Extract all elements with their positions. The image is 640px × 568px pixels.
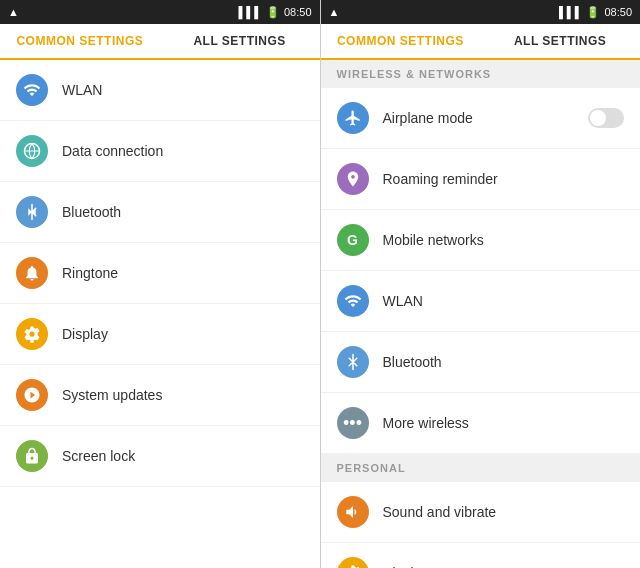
- ringtone-left-icon: [16, 257, 48, 289]
- left-status-icons: ▲: [8, 6, 19, 18]
- section-personal: PERSONAL: [321, 454, 641, 482]
- left-item-bluetooth[interactable]: Bluetooth: [0, 182, 320, 243]
- left-screenlock-label: Screen lock: [62, 448, 135, 464]
- left-settings-list: WLAN Data connection Bluetooth: [0, 60, 320, 568]
- battery-icon: 🔋: [266, 6, 280, 19]
- section-wireless: WIRELESS & NETWORKS: [321, 60, 641, 88]
- left-item-data[interactable]: Data connection: [0, 121, 320, 182]
- right-item-display[interactable]: Display: [321, 543, 641, 568]
- right-status-right: ▌▌▌ 🔋 08:50: [559, 6, 632, 19]
- left-item-wlan[interactable]: WLAN: [0, 60, 320, 121]
- right-time: 08:50: [604, 6, 632, 18]
- right-status-bar: ▲ ▌▌▌ 🔋 08:50: [321, 0, 641, 24]
- left-ringtone-label: Ringtone: [62, 265, 118, 281]
- left-wlan-label: WLAN: [62, 82, 102, 98]
- right-status-left: ▲: [329, 6, 340, 18]
- right-tab-all[interactable]: ALL SETTINGS: [480, 24, 640, 58]
- left-data-label: Data connection: [62, 143, 163, 159]
- airplane-label: Airplane mode: [383, 110, 473, 126]
- mobile-label: Mobile networks: [383, 232, 484, 248]
- left-tab-common[interactable]: COMMON SETTINGS: [0, 24, 160, 60]
- left-status-bar: ▲ ▌▌▌ 🔋 08:50: [0, 0, 320, 24]
- airplane-toggle[interactable]: [588, 108, 624, 128]
- left-item-ringtone[interactable]: Ringtone: [0, 243, 320, 304]
- right-item-roaming[interactable]: Roaming reminder: [321, 149, 641, 210]
- right-item-wlan[interactable]: WLAN: [321, 271, 641, 332]
- mobile-icon: G: [337, 224, 369, 256]
- sound-icon: [337, 496, 369, 528]
- right-wifi-icon: ▲: [329, 6, 340, 18]
- left-item-display[interactable]: Display: [0, 304, 320, 365]
- left-tab-all[interactable]: ALL SETTINGS: [160, 24, 320, 58]
- left-bluetooth-label: Bluetooth: [62, 204, 121, 220]
- left-item-system[interactable]: System updates: [0, 365, 320, 426]
- bluetooth-left-icon: [16, 196, 48, 228]
- left-time: 08:50: [284, 6, 312, 18]
- right-item-more-wireless[interactable]: ••• More wireless: [321, 393, 641, 454]
- right-display-icon: [337, 557, 369, 568]
- left-panel: ▲ ▌▌▌ 🔋 08:50 COMMON SETTINGS ALL SETTIN…: [0, 0, 320, 568]
- right-settings-list: WIRELESS & NETWORKS Airplane mode Roamin…: [321, 60, 641, 568]
- right-item-sound[interactable]: Sound and vibrate: [321, 482, 641, 543]
- system-left-icon: [16, 379, 48, 411]
- right-panel: ▲ ▌▌▌ 🔋 08:50 COMMON SETTINGS ALL SETTIN…: [321, 0, 641, 568]
- data-icon: [16, 135, 48, 167]
- display-left-icon: [16, 318, 48, 350]
- right-status-icons: ▌▌▌ 🔋 08:50: [239, 6, 312, 19]
- signal-icon: ▌▌▌: [239, 6, 262, 18]
- right-signal-icon: ▌▌▌: [559, 6, 582, 18]
- left-display-label: Display: [62, 326, 108, 342]
- roaming-icon: [337, 163, 369, 195]
- right-wlan-label: WLAN: [383, 293, 423, 309]
- right-item-mobile[interactable]: G Mobile networks: [321, 210, 641, 271]
- right-battery-icon: 🔋: [586, 6, 600, 19]
- airplane-toggle-knob: [590, 110, 606, 126]
- right-bluetooth-label: Bluetooth: [383, 354, 442, 370]
- right-wlan-icon: [337, 285, 369, 317]
- wlan-icon: [16, 74, 48, 106]
- screenlock-left-icon: [16, 440, 48, 472]
- right-bluetooth-icon: [337, 346, 369, 378]
- wifi-status-icon: ▲: [8, 6, 19, 18]
- airplane-icon: [337, 102, 369, 134]
- right-tab-bar: COMMON SETTINGS ALL SETTINGS: [321, 24, 641, 60]
- sound-label: Sound and vibrate: [383, 504, 497, 520]
- right-tab-common[interactable]: COMMON SETTINGS: [321, 24, 481, 60]
- more-wireless-label: More wireless: [383, 415, 469, 431]
- left-system-label: System updates: [62, 387, 162, 403]
- left-tab-bar: COMMON SETTINGS ALL SETTINGS: [0, 24, 320, 60]
- more-wireless-icon: •••: [337, 407, 369, 439]
- roaming-label: Roaming reminder: [383, 171, 498, 187]
- right-item-bluetooth[interactable]: Bluetooth: [321, 332, 641, 393]
- left-item-screenlock[interactable]: Screen lock: [0, 426, 320, 487]
- right-item-airplane[interactable]: Airplane mode: [321, 88, 641, 149]
